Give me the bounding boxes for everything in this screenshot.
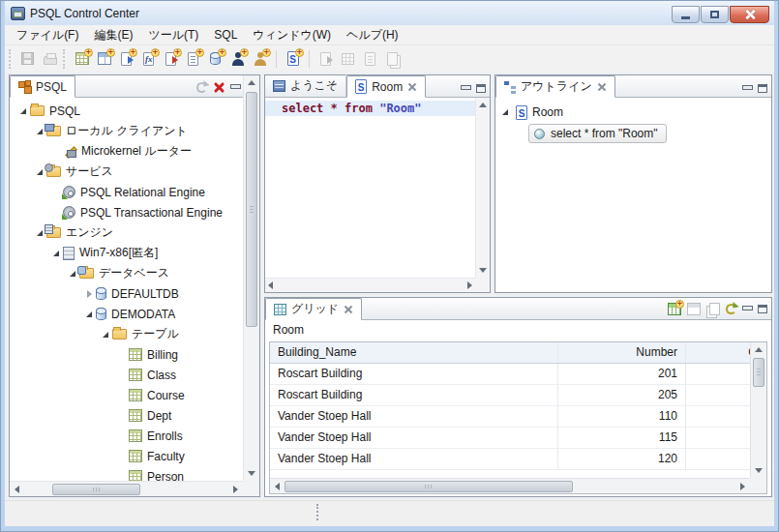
new-function-button[interactable]: + — [138, 48, 159, 70]
grid-cell[interactable]: Roscart Building — [270, 364, 558, 384]
grid-cell[interactable]: 120 — [558, 449, 686, 469]
scroll-right-button[interactable] — [467, 281, 472, 289]
new-sql-document-button[interactable]: + — [283, 48, 303, 70]
export-data-button[interactable] — [315, 48, 336, 70]
scroll-right-button[interactable] — [735, 479, 750, 493]
close-tab-icon[interactable] — [407, 82, 417, 92]
minimize-view-button[interactable] — [461, 84, 470, 93]
grid-data-row[interactable]: Vander Stoep Hall110 — [270, 406, 750, 428]
outline-root-item[interactable]: Room — [499, 103, 771, 122]
maximize-view-button[interactable] — [758, 84, 767, 93]
tab-[interactable]: ようこそ — [265, 74, 346, 97]
sql-editor[interactable]: select * from "Room" — [265, 98, 475, 278]
grid-cell[interactable]: Vander Stoep Hall — [270, 428, 558, 448]
scroll-left-button[interactable] — [10, 482, 24, 496]
tree-expander-icon[interactable] — [50, 251, 62, 256]
grid-vertical-scrollbar[interactable] — [750, 342, 766, 478]
tree-item[interactable]: テーブル — [10, 324, 243, 344]
restore-button[interactable] — [701, 6, 729, 23]
scrollbar-thumb[interactable] — [52, 484, 141, 495]
grid-cell[interactable] — [686, 449, 750, 469]
add-record-button[interactable]: + — [668, 303, 681, 315]
scroll-down-button[interactable] — [244, 466, 259, 481]
tree-item[interactable]: サービス — [10, 162, 243, 182]
grid-cell[interactable]: Roscart Building — [270, 385, 558, 405]
new-database-button[interactable]: + — [205, 48, 225, 70]
tree-item[interactable]: Faculty — [10, 446, 243, 466]
grid-column-header[interactable]: Building_Name — [270, 342, 558, 363]
new-script-button[interactable]: + — [116, 48, 136, 70]
documents-button[interactable] — [382, 48, 403, 70]
tree-expander-icon[interactable] — [83, 290, 95, 298]
minimize-view-button[interactable] — [742, 305, 752, 313]
tree-item[interactable]: データベース — [10, 263, 243, 283]
tree-horizontal-scrollbar[interactable] — [10, 481, 243, 496]
stop-refresh-button[interactable] — [213, 81, 225, 93]
tree-item[interactable]: Win7-x86[匿名] — [10, 243, 243, 263]
tree-item[interactable]: Dept — [10, 405, 243, 426]
copy-record-button[interactable] — [709, 303, 720, 315]
maximize-view-button[interactable] — [758, 305, 767, 313]
editor-horizontal-scrollbar[interactable] — [265, 278, 475, 292]
grid-data-row[interactable]: Vander Stoep Hall120 — [270, 449, 750, 470]
menu-item-3[interactable]: SQL — [206, 26, 245, 44]
new-import-button[interactable]: + — [161, 48, 181, 70]
scroll-down-button[interactable] — [476, 263, 490, 278]
new-user-button[interactable]: + — [227, 48, 248, 70]
grid-column-header[interactable]: Number — [558, 342, 686, 363]
tree-item[interactable]: DEMODATA — [10, 304, 243, 324]
tree-item[interactable]: Microkernel ルーター — [10, 141, 243, 162]
minimize-view-button[interactable] — [742, 84, 752, 93]
scrollbar-thumb[interactable] — [753, 358, 764, 387]
new-group-button[interactable]: + — [250, 48, 270, 70]
tree-item[interactable]: PSQL Relational Engine — [10, 182, 243, 202]
tab-room[interactable]: Room — [346, 75, 426, 98]
scrollbar-thumb[interactable] — [246, 92, 257, 327]
tree-item[interactable]: エンジン — [10, 222, 243, 243]
close-button[interactable] — [730, 6, 769, 23]
scroll-up-button[interactable] — [244, 75, 259, 90]
grid-data-row[interactable]: Vander Stoep Hall115 — [270, 428, 750, 449]
tree-expander-icon[interactable] — [34, 169, 45, 175]
grid-cell[interactable] — [686, 406, 750, 427]
close-tab-icon[interactable] — [344, 305, 353, 314]
tree-expander-icon[interactable] — [100, 332, 111, 338]
outline-statement-item[interactable]: select * from "Room" — [528, 124, 667, 143]
scroll-left-button[interactable] — [268, 281, 273, 289]
close-tab-icon[interactable] — [597, 82, 607, 92]
scroll-right-button[interactable] — [228, 482, 243, 496]
import-data-button[interactable] — [338, 48, 358, 70]
grid-horizontal-scrollbar[interactable] — [270, 478, 750, 493]
grid-cell[interactable]: 115 — [558, 428, 686, 448]
tree-item[interactable]: DEFAULTDB — [10, 283, 243, 304]
grid-column-header[interactable]: Capacity — [686, 342, 750, 363]
menu-item-2[interactable]: ツール(T) — [140, 25, 206, 45]
scroll-up-button[interactable] — [476, 98, 490, 112]
grid-cell[interactable]: Vander Stoep Hall — [270, 406, 558, 427]
tree-expander-icon[interactable] — [17, 108, 29, 114]
tree-vertical-scrollbar[interactable] — [243, 75, 259, 481]
tree-item[interactable]: PSQL Transactional Engine — [10, 202, 243, 222]
menu-item-1[interactable]: 編集(E) — [86, 25, 140, 45]
tab-outline[interactable]: アウトライン — [495, 75, 615, 98]
grid-cell[interactable] — [686, 364, 750, 384]
refresh-button[interactable] — [196, 82, 207, 93]
tree-item[interactable]: Course — [10, 385, 243, 405]
grid-cell[interactable]: 201 — [558, 364, 686, 384]
tree-item[interactable]: Class — [10, 365, 243, 385]
tree-item[interactable]: Person — [10, 466, 243, 481]
export-schema-button[interactable] — [360, 48, 380, 70]
print-button[interactable] — [40, 48, 60, 70]
tree-item[interactable]: PSQL — [10, 101, 243, 121]
scroll-up-button[interactable] — [751, 342, 766, 357]
tree-item[interactable]: Billing — [10, 344, 243, 365]
save-button[interactable] — [17, 48, 38, 70]
tree-item[interactable]: Enrolls — [10, 426, 243, 446]
tab-grid[interactable]: グリッド — [265, 298, 362, 320]
menu-item-5[interactable]: ヘルプ(H) — [339, 25, 406, 45]
menu-item-0[interactable]: ファイル(F) — [9, 25, 86, 45]
grid-data-row[interactable]: Roscart Building201 — [270, 364, 750, 385]
minimize-button[interactable] — [672, 6, 700, 23]
menu-item-4[interactable]: ウィンドウ(W) — [245, 25, 339, 45]
grid-cell[interactable]: Vander Stoep Hall — [270, 449, 558, 469]
